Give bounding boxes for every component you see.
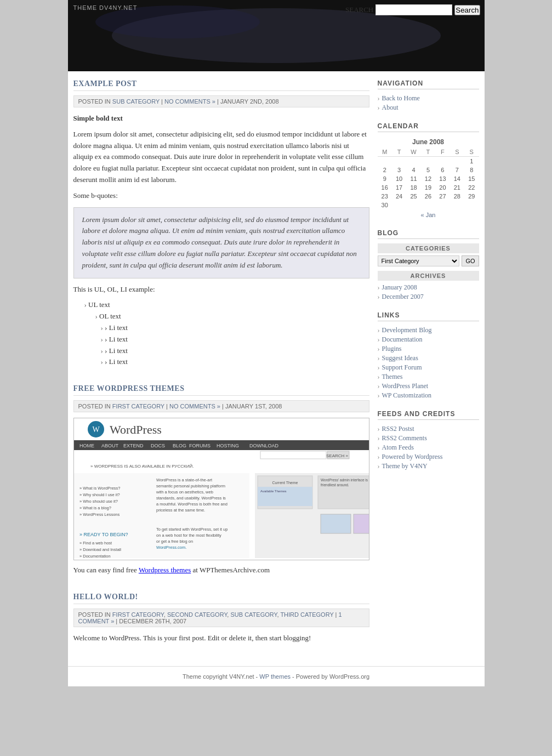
post-title-link-themes[interactable]: FREE WORDPRESS THEMES [73, 384, 185, 393]
post-category-link-0[interactable]: SUB CATEGORY [112, 98, 160, 105]
nav-item-home: Back to Home [378, 94, 479, 103]
post-date-0: JANUARY 2ND, 2008 [220, 98, 279, 105]
feed-rss2-comments: RSS2 Comments [378, 434, 479, 443]
cal-cell [435, 201, 449, 209]
archive-link-dec[interactable]: December 2007 [382, 293, 424, 301]
cal-cell: 19 [421, 183, 435, 192]
link-support-forum: Support Forum [378, 363, 479, 372]
svg-text:HOSTING: HOSTING [217, 443, 239, 448]
cal-cell: 27 [435, 192, 449, 201]
feed-powered-by: Powered by Wordpress [378, 452, 479, 462]
calendar-month: June 2008 [378, 137, 479, 147]
meta-prefix-0: POSTED IN [78, 98, 111, 105]
cal-cell [421, 157, 435, 166]
post-cat-second[interactable]: SECOND CATEGORY [167, 611, 227, 618]
svg-text:on a web host for the most fle: on a web host for the most flexibility [156, 533, 221, 538]
calendar-title: CALENDAR [378, 122, 479, 132]
post-cat-sub[interactable]: SUB CATEGORY [230, 611, 277, 618]
cal-cell: 29 [464, 192, 479, 201]
svg-text:priceless at the same time.: priceless at the same time. [156, 508, 205, 513]
cal-cell: 7 [450, 166, 464, 174]
cal-cell [421, 201, 435, 209]
main-content: EXAMPLE POST POSTED IN SUB CATEGORY | NO… [73, 79, 378, 661]
site-title: THEME DV4NY.NET [73, 4, 138, 11]
cal-cell [435, 157, 449, 166]
cal-prev-link[interactable]: « Jan [378, 209, 479, 219]
svg-text:semantic personal publishing p: semantic personal publishing platform [156, 484, 225, 488]
li-item-2: › Li text [101, 345, 369, 357]
feed-atom: Atom Feeds [378, 443, 479, 452]
link-wp-planet-a[interactable]: WordPress Planet [382, 382, 429, 390]
cal-cell: 25 [406, 192, 420, 201]
cal-header-w: W [406, 147, 420, 157]
cal-cell: 4 [406, 166, 420, 174]
post-cat-first[interactable]: FIRST CATEGORY [112, 611, 164, 618]
link-suggest: Suggest Ideas [378, 354, 479, 363]
hello-world-text: Welcome to WordPress. This is your first… [73, 633, 369, 644]
feed-rss2-posts: RSS2 Postst [378, 424, 479, 434]
cal-week-4: 16 17 18 19 20 21 22 [378, 183, 479, 192]
cal-cell [378, 157, 392, 166]
svg-text:» WordPress Lessons: » WordPress Lessons [79, 512, 119, 517]
post-date-1: JANUARY 1ST, 2008 [225, 403, 282, 410]
feed-rss2-posts-a[interactable]: RSS2 Postst [382, 425, 414, 433]
svg-text:WordPress.com.: WordPress.com. [156, 545, 186, 550]
post-content-1: W WordPress HOME ABOUT EXTEND DOCS BLOG … [73, 418, 369, 576]
cal-week-5: 23 24 25 26 27 28 29 [378, 192, 479, 201]
feed-theme-v4ny-a[interactable]: Theme by V4NY [382, 462, 428, 470]
feed-powered-by-a[interactable]: Powered by Wordpress [382, 453, 443, 461]
footer-wp-themes-link[interactable]: WP themes [259, 673, 291, 680]
cal-cell [406, 157, 420, 166]
svg-rect-14 [260, 451, 326, 459]
cal-cell [450, 201, 464, 209]
cat-go-button[interactable]: GO [462, 255, 479, 266]
nav-link-about[interactable]: About [382, 104, 399, 112]
post-meta-hello: POSTED IN FIRST CATEGORY, SECOND CATEGOR… [73, 609, 369, 627]
link-themes-a[interactable]: Themes [382, 373, 403, 381]
sidebar-blog: BLOG CATEGORIES First Category GO ARCHIV… [378, 229, 479, 302]
search-input[interactable] [375, 4, 452, 15]
post-content-hello: Welcome to WordPress. This is your first… [73, 633, 369, 644]
nav-link-home[interactable]: Back to Home [382, 94, 420, 103]
post-comments-link-1[interactable]: NO COMMENTS » [169, 403, 220, 410]
cal-cell: 8 [464, 166, 479, 174]
feed-atom-a[interactable]: Atom Feeds [382, 444, 414, 452]
cal-cell: 24 [392, 192, 406, 201]
wp-screenshot: W WordPress HOME ABOUT EXTEND DOCS BLOG … [73, 418, 369, 560]
svg-text:WordPress: WordPress [110, 423, 162, 436]
svg-text:» What is WordPress?: » What is WordPress? [79, 486, 120, 491]
post-comments-link-0[interactable]: NO COMMENTS » [164, 98, 215, 105]
li-item-1: › Li text [101, 334, 369, 345]
link-wp-custom-a[interactable]: WP Customization [382, 391, 432, 400]
link-documentation-a[interactable]: Documentation [382, 336, 423, 344]
archive-link-jan[interactable]: January 2008 [382, 283, 417, 292]
archives-list: January 2008 December 2007 [378, 283, 479, 302]
post-title-link-example[interactable]: EXAMPLE POST [73, 79, 137, 88]
link-suggest-a[interactable]: Suggest Ideas [382, 354, 418, 362]
post-title-link-hello[interactable]: HELLO WORLD! [73, 593, 138, 601]
post-content-0: Simple bold text Lorem ipsum dolor sit a… [73, 113, 369, 368]
svg-text:» Why should I use it?: » Why should I use it? [79, 492, 120, 497]
post-cat-third[interactable]: THIRD CATEGORY [280, 611, 333, 618]
category-select[interactable]: First Category [378, 255, 460, 266]
post-category-link-1[interactable]: FIRST CATEGORY [112, 403, 164, 410]
feed-rss2-comments-a[interactable]: RSS2 Comments [382, 434, 427, 442]
archive-dec-2007: December 2007 [378, 292, 479, 302]
link-plugins-a[interactable]: Plugins [382, 345, 402, 353]
wordpress-themes-link[interactable]: Wordpress themes [139, 566, 191, 574]
cal-cell: 28 [450, 192, 464, 201]
svg-text:DOCS: DOCS [151, 443, 165, 448]
post-title-hello: HELLO WORLD! [73, 593, 369, 604]
meta-prefix-1: POSTED IN [78, 403, 111, 410]
meta-prefix-2: POSTED IN [78, 611, 111, 618]
search-button[interactable]: Search [454, 5, 480, 15]
svg-text:DOWNLOAD: DOWNLOAD [249, 443, 279, 448]
sidebar-calendar: CALENDAR June 2008 M T W T F S S [378, 122, 479, 219]
link-dev-blog-a[interactable]: Development Blog [382, 326, 432, 334]
cat-select-row: First Category GO [378, 255, 479, 266]
svg-text:BLOG: BLOG [173, 443, 186, 448]
svg-text:or get a free blog on: or get a free blog on [156, 539, 193, 544]
post-hello-world: HELLO WORLD! POSTED IN FIRST CATEGORY, S… [73, 593, 369, 644]
link-support-forum-a[interactable]: Support Forum [382, 363, 422, 372]
li-item-3: › Li text [101, 356, 369, 368]
